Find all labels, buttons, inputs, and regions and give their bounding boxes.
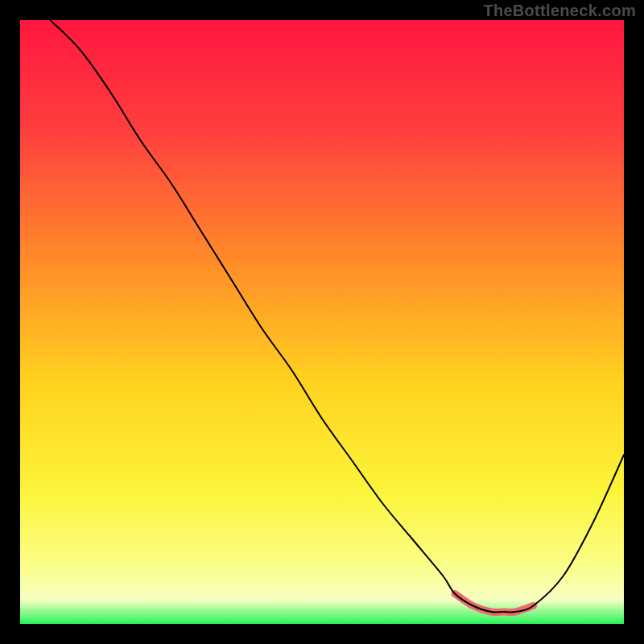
watermark-label: TheBottleneck.com <box>483 2 636 20</box>
chart-stage: TheBottleneck.com <box>0 0 644 644</box>
chart-background <box>20 20 624 624</box>
chart-svg <box>20 20 624 624</box>
plot-area <box>20 20 624 624</box>
